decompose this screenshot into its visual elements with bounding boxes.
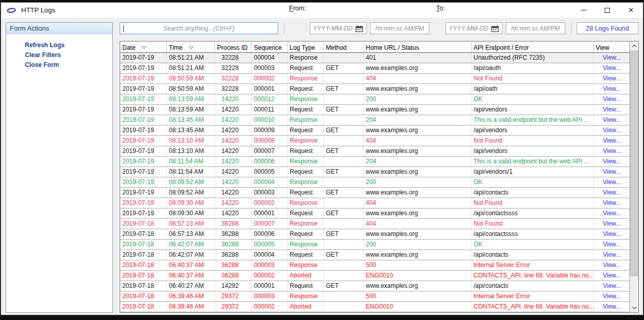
table-row[interactable]: 2019-07-18 06:40:37 AM 36288 000002 Abor… — [120, 271, 629, 281]
cell-home-url-status: www.examples.org — [364, 167, 471, 177]
cell-method: GET — [324, 208, 364, 218]
to-time-input[interactable] — [506, 23, 565, 34]
column-header-time[interactable]: Time — [167, 41, 215, 52]
table-row[interactable]: 2019-07-19 08:13:10 AM 14220 000007 Requ… — [120, 146, 629, 157]
scrollbar-thumb[interactable] — [630, 50, 638, 276]
view-link[interactable]: View... — [603, 220, 621, 227]
table-row[interactable]: 2019-07-18 06:40:27 AM 14292 000001 Requ… — [120, 281, 629, 291]
cell-time: 08:09:30 AM — [167, 208, 215, 218]
view-link[interactable]: View... — [603, 95, 621, 103]
calendar-icon[interactable] — [491, 25, 499, 32]
view-link[interactable]: View... — [603, 137, 621, 144]
table-row[interactable]: 2019-07-19 08:50:59 AM 32228 000002 Resp… — [120, 74, 629, 84]
view-link[interactable]: View... — [603, 116, 621, 123]
table-row[interactable]: 2019-07-18 06:42:07 AM 36288 000005 Resp… — [120, 240, 629, 250]
from-time-input[interactable] — [370, 23, 429, 34]
column-header-home-url-status[interactable]: Home URL / Status — [364, 41, 471, 52]
form-actions-panel: Form Actions Refresh Logs Clear Filters … — [6, 22, 113, 313]
cell-method: GET — [324, 250, 364, 260]
view-link[interactable]: View... — [603, 85, 621, 92]
view-link[interactable]: View... — [603, 282, 621, 289]
column-header-log-type[interactable]: Log Type — [288, 41, 324, 52]
cell-home-url-status: 404 — [364, 74, 471, 84]
view-link[interactable]: View... — [603, 75, 621, 82]
view-link[interactable]: View... — [603, 178, 621, 186]
minimize-button[interactable] — [571, 3, 595, 18]
table-row[interactable]: 2019-07-19 08:13:45 AM 14220 000009 Requ… — [120, 126, 629, 136]
view-link[interactable]: View... — [603, 251, 621, 258]
close-button[interactable]: ✕ — [619, 3, 643, 18]
cell-date: 2019-07-19 — [120, 167, 167, 177]
table-row[interactable]: 2019-07-19 08:51:21 AM 32228 000004 Resp… — [120, 53, 629, 63]
view-link[interactable]: View... — [603, 272, 621, 279]
maximize-button[interactable] — [595, 3, 619, 18]
view-link[interactable]: View... — [603, 106, 621, 113]
view-link[interactable]: View... — [603, 230, 621, 238]
vertical-scrollbar[interactable] — [629, 41, 638, 312]
column-header-api-endpoint-error[interactable]: API Endpoint / Error — [471, 41, 594, 52]
view-link[interactable]: View... — [603, 241, 621, 248]
table-row[interactable]: 2019-07-19 08:09:30 AM 14220 000001 Requ… — [120, 208, 629, 219]
search-box[interactable] — [120, 22, 278, 34]
cell-date: 2019-07-18 — [120, 240, 167, 249]
from-date-field[interactable] — [310, 22, 367, 34]
cell-process-id: 32228 — [215, 84, 252, 94]
table-row[interactable]: 2019-07-19 08:51:21 AM 32228 000003 Requ… — [120, 63, 629, 74]
view-link[interactable]: View... — [603, 54, 621, 61]
table-row[interactable]: 2019-07-18 06:57:13 AM 36288 000007 Resp… — [120, 219, 629, 229]
calendar-icon[interactable] — [355, 25, 364, 32]
cell-date: 2019-07-19 — [120, 126, 167, 135]
view-link[interactable]: View... — [603, 210, 621, 217]
column-header-label: Sequence — [254, 44, 282, 51]
table-row[interactable]: 2019-07-18 06:40:37 AM 36288 000003 Resp… — [120, 260, 629, 271]
to-date-field[interactable] — [446, 22, 503, 34]
view-link[interactable]: View... — [603, 189, 621, 196]
to-time-field[interactable] — [506, 22, 565, 34]
funnel-icon[interactable] — [141, 46, 147, 50]
table-row[interactable]: 2019-07-19 08:13:59 AM 14220 000012 Resp… — [120, 94, 629, 105]
table-row[interactable]: 2019-07-19 08:11:54 AM 14220 000005 Requ… — [120, 167, 629, 177]
cell-date: 2019-07-19 — [120, 146, 167, 156]
table-row[interactable]: 2019-07-19 08:09:30 AM 14220 000002 Resp… — [120, 198, 629, 208]
view-link[interactable]: View... — [603, 293, 621, 300]
scroll-down-button[interactable] — [630, 303, 638, 312]
view-link[interactable]: View... — [603, 261, 621, 269]
table-row[interactable]: 2019-07-18 06:39:46 AM 29372 000003 Resp… — [120, 291, 629, 302]
table-row[interactable]: 2019-07-19 08:13:45 AM 14220 000010 Resp… — [120, 115, 629, 126]
view-link[interactable]: View... — [603, 64, 621, 72]
to-date-input[interactable] — [446, 23, 491, 34]
table-row[interactable]: 2019-07-18 06:39:46 AM 29372 000002 Abor… — [120, 302, 629, 312]
column-header-process-id[interactable]: Process ID — [215, 41, 252, 52]
view-link[interactable]: View... — [603, 127, 621, 134]
search-input[interactable] — [120, 23, 278, 34]
sidebar-item-refresh-logs[interactable]: Refresh Logs — [6, 40, 112, 50]
view-link[interactable]: View... — [603, 199, 621, 206]
cell-time: 06:40:37 AM — [167, 260, 215, 270]
funnel-icon[interactable] — [189, 46, 194, 50]
table-row[interactable]: 2019-07-19 08:11:54 AM 14220 000006 Resp… — [120, 157, 629, 167]
table-row[interactable]: 2019-07-19 08:09:52 AM 14220 000003 Requ… — [120, 188, 629, 198]
sidebar-item-close-form[interactable]: Close Form — [6, 60, 112, 70]
table-row[interactable]: 2019-07-18 06:42:07 AM 36288 000004 Requ… — [120, 250, 629, 260]
column-header-sequence[interactable]: Sequence — [252, 41, 288, 52]
table-row[interactable]: 2019-07-19 08:13:10 AM 14220 000008 Resp… — [120, 136, 629, 146]
from-date-input[interactable] — [310, 23, 355, 34]
table-row[interactable]: 2019-07-19 08:13:59 AM 14220 000011 Requ… — [120, 105, 629, 115]
table-row[interactable]: 2019-07-19 08:50:59 AM 32228 000001 Requ… — [120, 84, 629, 94]
scroll-up-button[interactable] — [630, 41, 638, 50]
column-header-view[interactable]: View — [594, 41, 629, 52]
view-link[interactable]: View... — [603, 158, 621, 165]
sidebar-item-clear-filters[interactable]: Clear Filters — [6, 50, 112, 60]
view-link[interactable]: View... — [603, 168, 621, 175]
column-header-method[interactable]: Method — [324, 41, 364, 52]
cell-home-url-status: 204 — [364, 157, 471, 166]
cell-method — [324, 136, 364, 146]
table-row[interactable]: 2019-07-19 08:09:52 AM 14220 000004 Resp… — [120, 177, 629, 188]
from-time-field[interactable] — [370, 22, 430, 34]
column-header-date[interactable]: Date — [120, 41, 167, 52]
view-link[interactable]: View... — [603, 303, 621, 310]
cell-process-id: 36288 — [215, 240, 252, 249]
table-row[interactable]: 2019-07-18 06:57:13 AM 36288 000006 Requ… — [120, 229, 629, 240]
cell-api-endpoint-error: CONTACTS_API, line 68. Variable has no..… — [471, 271, 594, 281]
view-link[interactable]: View... — [603, 147, 621, 155]
